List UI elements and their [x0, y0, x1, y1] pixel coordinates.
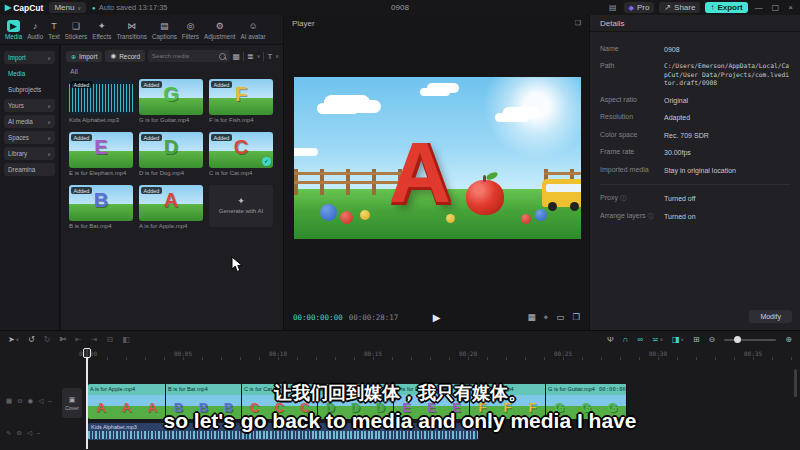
school-bus-graphic: [542, 179, 581, 207]
tab-filters[interactable]: ◎Filters: [181, 20, 200, 40]
mirror-preview-icon[interactable]: ▦: [528, 312, 536, 323]
capcut-logo-icon: ▶: [5, 3, 11, 12]
split-button[interactable]: ✄: [59, 335, 66, 344]
chevron-down-icon: ∨: [47, 135, 51, 141]
media-item[interactable]: AddedKids Alphabet.mp3: [69, 79, 135, 123]
share-button[interactable]: ↗ Share: [659, 2, 700, 13]
filter-type-icon[interactable]: T: [267, 52, 272, 61]
tab-label: Adjustment: [204, 33, 236, 40]
zoom-slider-knob[interactable]: [734, 336, 741, 343]
info-icon: ⓘ: [648, 212, 654, 221]
sort-icon[interactable]: ≣: [247, 52, 254, 61]
tab-label: Transitions: [116, 33, 147, 40]
media-item-name: B is for Bat.mp4: [69, 223, 135, 229]
media-thumbnail[interactable]: AddedC✓: [209, 132, 273, 168]
pro-button[interactable]: ◆ Pro: [624, 2, 655, 13]
menu-label: Menu: [54, 3, 74, 12]
letter-a-graphic: A: [389, 134, 451, 211]
select-tool[interactable]: ➤∨: [8, 335, 19, 344]
tab-text[interactable]: TText: [47, 20, 61, 40]
media-thumbnail[interactable]: AddedF: [209, 79, 273, 115]
tab-adjustment[interactable]: ⚙Adjustment: [203, 20, 237, 40]
media-item[interactable]: AddedFF is for Fish.mp4: [209, 79, 275, 123]
close-button[interactable]: ×: [786, 3, 795, 12]
tab-label: Effects: [92, 33, 111, 40]
sidebar-item-label: Media: [8, 70, 25, 77]
media-thumbnail[interactable]: AddedD: [139, 132, 203, 168]
zoom-out-button[interactable]: ⊖: [709, 335, 716, 344]
zoom-in-button[interactable]: ⊕: [785, 335, 792, 344]
minimize-button[interactable]: —: [753, 3, 765, 12]
media-item[interactable]: AddedBB is for Bat.mp4: [69, 185, 135, 229]
mask-button[interactable]: ◧: [122, 335, 130, 344]
ruler-label: 00:35: [744, 350, 762, 357]
feedback-icon[interactable]: ▤: [607, 3, 619, 12]
tab-effects[interactable]: ✦Effects: [91, 20, 112, 40]
maximize-button[interactable]: ▢: [770, 3, 782, 12]
media-thumbnail[interactable]: AddedE: [69, 132, 133, 168]
media-thumbnail[interactable]: Added: [69, 79, 133, 115]
expand-panel-icon[interactable]: ❏: [575, 19, 581, 27]
delete-left-button[interactable]: ⇤: [75, 335, 82, 344]
media-thumbnail[interactable]: AddedA: [139, 185, 203, 221]
tab-stickers[interactable]: ❏Stickers: [64, 20, 88, 40]
record-button[interactable]: ◉ Record: [105, 50, 145, 62]
search-input[interactable]: Search media: [148, 50, 229, 62]
media-item[interactable]: AddedC✓C is for Cat.mp4: [209, 132, 275, 176]
app-name: CapCut: [13, 3, 43, 13]
modify-button[interactable]: Modify: [749, 310, 792, 323]
zoom-slider[interactable]: [724, 339, 776, 341]
ratio-icon[interactable]: ▭: [556, 312, 564, 323]
import-button[interactable]: ⊕ Import: [66, 51, 102, 62]
divider: [263, 52, 264, 61]
voiceover-mic-button[interactable]: Ψ: [607, 335, 614, 344]
tab-audio[interactable]: ♪Audio: [26, 20, 44, 40]
capcut-window: ▶ CapCut Menu ∨ ● Auto saved 13:17:35 09…: [0, 0, 800, 450]
media-item[interactable]: AddedAA is for Apple.mp4: [139, 185, 205, 229]
ruler-ticks: [88, 357, 796, 360]
media-item[interactable]: AddedDD is for Dog.mp4: [139, 132, 205, 176]
tab-media[interactable]: ▶Media: [4, 20, 23, 40]
detail-label: Path: [600, 62, 664, 88]
tab-ai-avatar[interactable]: ☺AI avatar: [239, 20, 266, 40]
ball-graphic: [360, 210, 370, 220]
preview-canvas[interactable]: A: [294, 77, 581, 239]
timeline-ruler[interactable]: 00:0000:0500:1000:1500:2000:2500:3000:35: [0, 348, 800, 361]
added-badge: Added: [141, 81, 162, 88]
sidebar-item-subprojects[interactable]: Subprojects: [4, 83, 55, 96]
sidebar-item-label: Library: [8, 150, 27, 157]
sidebar-item-spaces[interactable]: Spaces∨: [4, 131, 55, 144]
media-item-name: C is for Cat.mp4: [209, 170, 275, 176]
delete-right-button[interactable]: ⇥: [91, 335, 98, 344]
tab-captions[interactable]: ▤Captions: [151, 20, 178, 40]
menu-button[interactable]: Menu ∨: [49, 2, 86, 13]
sidebar-item-media[interactable]: Media: [4, 67, 55, 80]
sidebar-item-yours[interactable]: Yours∨: [4, 99, 55, 112]
fullscreen-icon[interactable]: ❒: [572, 312, 580, 323]
sidebar-item-library[interactable]: Library∨: [4, 147, 55, 160]
redo-button[interactable]: ↻: [44, 335, 51, 344]
zoom-out-button-icon: ⊖: [709, 335, 716, 344]
media-item[interactable]: AddedGG is for Guitar.mp4: [139, 79, 205, 123]
tab-label: Media: [5, 33, 22, 40]
sidebar-item-ai-media[interactable]: AI media∨: [4, 115, 55, 128]
layout-toggle[interactable]: ◨∨: [672, 335, 684, 344]
media-thumbnail[interactable]: AddedB: [69, 185, 133, 221]
media-item[interactable]: AddedEE is for Elephant.mp4: [69, 132, 135, 176]
snap-magnet-toggle[interactable]: ∩: [623, 335, 629, 344]
preview-axis-button[interactable]: ⊞: [693, 335, 700, 344]
sidebar-item-dreamina[interactable]: Dreamina: [4, 163, 55, 176]
tab-transitions[interactable]: ⋈Transitions: [115, 20, 148, 40]
ruler-label: 00:30: [649, 350, 667, 357]
export-button[interactable]: ↑ Export: [705, 2, 747, 13]
snapshot-icon[interactable]: ⌖: [544, 312, 549, 323]
link-toggle[interactable]: ∞: [637, 335, 643, 344]
sidebar-item-import[interactable]: Import∨: [4, 51, 55, 64]
search-icon[interactable]: [219, 53, 226, 60]
preview-toggle[interactable]: ≍∨: [652, 335, 663, 344]
grid-view-icon[interactable]: ▦: [233, 52, 241, 61]
delete-button[interactable]: ⊟: [107, 335, 114, 344]
media-thumbnail[interactable]: AddedG: [139, 79, 203, 115]
undo-button[interactable]: ↺: [28, 335, 35, 344]
generate-with-ai-button[interactable]: ✦Generate with AI: [209, 185, 273, 227]
